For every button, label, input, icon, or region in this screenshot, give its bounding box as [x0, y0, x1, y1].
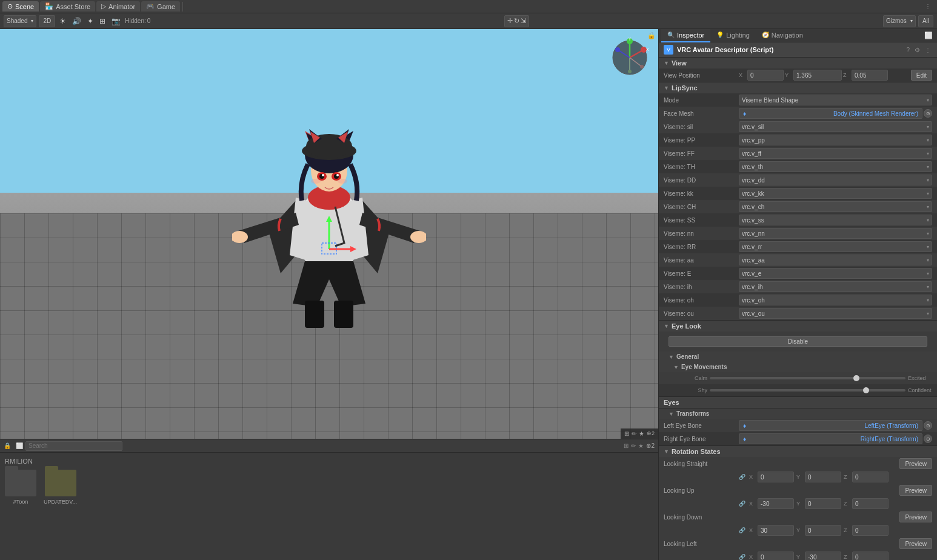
project-content: RMILION #Toon UPDATEDV... — [0, 453, 658, 560]
viseme-dropdown-13[interactable]: vrc.v_oh ▾ — [739, 295, 932, 305]
effects-btn[interactable]: ✦ — [85, 17, 95, 25]
scene-star-btn[interactable]: ★ — [639, 430, 644, 437]
shy-thumb[interactable] — [863, 387, 869, 393]
transforms-title: Transforms — [676, 410, 709, 417]
looking-up-preview[interactable]: Preview — [899, 485, 932, 496]
down-y[interactable]: 0 — [805, 525, 841, 536]
scene-brush-btn[interactable]: ✏ — [632, 430, 636, 437]
tab-scene[interactable]: ⊙ Scene — [2, 1, 39, 12]
viseme-dropdown-12[interactable]: vrc.v_ih ▾ — [739, 281, 932, 292]
tab-lighting[interactable]: 💡 Lighting — [710, 29, 756, 42]
rotation-states-header[interactable]: ▼ Rotation States — [659, 446, 937, 457]
project-filter-btn[interactable]: ✏ — [631, 442, 636, 449]
right-eye-bone-field[interactable]: ♦ RightEye (Transform) — [739, 433, 922, 444]
eyelook-disable-btn[interactable]: Disable — [669, 336, 927, 347]
tab-animator[interactable]: ▷ Animator — [96, 1, 140, 12]
project-view-btn[interactable]: ⊞ — [624, 442, 629, 449]
straight-x[interactable]: 0 — [758, 472, 794, 482]
all-btn[interactable]: All — [918, 15, 933, 27]
tab-navigation[interactable]: 🧭 Navigation — [756, 29, 809, 42]
down-z[interactable]: 0 — [852, 525, 889, 536]
viseme-dropdown-5[interactable]: vrc.v_kk ▾ — [739, 188, 932, 199]
calm-track[interactable] — [710, 377, 905, 379]
move-tool[interactable]: ✛ — [507, 17, 513, 25]
left-eye-bone-field[interactable]: ♦ LeftEye (Transform) — [739, 420, 922, 431]
straight-y[interactable]: 0 — [805, 472, 841, 482]
project-search[interactable] — [25, 441, 122, 451]
tab-inspector[interactable]: 🔍 Inspector — [661, 29, 710, 42]
view-edit-btn[interactable]: Edit — [911, 70, 932, 81]
viseme-dropdown-1[interactable]: vrc.v_pp ▾ — [739, 135, 932, 145]
viseme-dropdown-7[interactable]: vrc.v_ss ▾ — [739, 215, 932, 225]
view-section-header[interactable]: ▼ View — [659, 58, 937, 68]
project-star-btn[interactable]: ★ — [638, 442, 644, 449]
straight-z[interactable]: 0 — [852, 472, 889, 482]
scene-layers-btn[interactable]: ⊕2 — [647, 430, 655, 437]
gizmos-dropdown[interactable]: Gizmos ▾ — [883, 15, 916, 27]
audio-btn[interactable]: 🔊 — [70, 17, 83, 25]
up-z[interactable]: 0 — [852, 498, 889, 509]
2d-btn[interactable]: 2D — [39, 15, 55, 27]
lipsync-section-header[interactable]: ▼ LipSync — [659, 82, 937, 93]
tab-game[interactable]: 🎮 Game — [141, 1, 180, 12]
general-subsection-header[interactable]: ▼ General — [659, 352, 937, 362]
up-x[interactable]: -30 — [758, 498, 794, 509]
right-eye-select-btn[interactable]: ⊙ — [924, 435, 932, 443]
up-y[interactable]: 0 — [805, 498, 841, 509]
viseme-dropdown-4[interactable]: vrc.v_dd ▾ — [739, 175, 932, 185]
component-question-btn[interactable]: ? — [905, 47, 911, 53]
view-y-input[interactable]: 1.365 — [793, 70, 842, 81]
transforms-subsection-header[interactable]: ▼ Transforms — [659, 408, 937, 419]
scene-btn[interactable]: ⊞ — [98, 17, 107, 25]
scene-toolbar: Shaded ▾ 2D ☀ 🔊 ✦ ⊞ 📷 Hidden: 0 ✛ ↻ ⇲ Gi… — [0, 13, 937, 29]
lipsync-mode-dropdown[interactable]: Viseme Blend Shape ▾ — [739, 95, 932, 105]
light-btn[interactable]: ☀ — [58, 17, 68, 25]
svg-point-12 — [311, 179, 321, 184]
inspector-window-btn[interactable]: ⬜ — [922, 32, 935, 39]
left-y[interactable]: -30 — [805, 552, 841, 560]
panel-maximize-icon[interactable]: ⬜ — [16, 442, 23, 449]
view-z-input[interactable]: 0.05 — [852, 70, 888, 81]
project-layers-btn[interactable]: ⊕2 — [646, 442, 655, 449]
viseme-dropdown-2[interactable]: vrc.v_ff ▾ — [739, 148, 932, 159]
scene-snap-btn[interactable]: ⊞ — [624, 430, 629, 437]
eye-movements-header[interactable]: ▼ Eye Movements — [659, 362, 937, 372]
viseme-dropdown-0[interactable]: vrc.v_sil ▾ — [739, 121, 932, 132]
asset-item-updated[interactable]: UPDATEDV... — [44, 470, 77, 505]
component-more-btn[interactable]: ⋮ — [924, 47, 932, 53]
tab-asset-store[interactable]: 🏪 Asset Store — [40, 1, 95, 12]
looking-straight-preview[interactable]: Preview — [899, 458, 932, 469]
scene-lock-btn[interactable]: 🔒 — [647, 32, 656, 39]
viseme-dropdown-8[interactable]: vrc.v_nn ▾ — [739, 228, 932, 239]
camera-btn[interactable]: 📷 — [110, 17, 122, 25]
shaded-dropdown[interactable]: Shaded ▾ — [4, 15, 36, 27]
down-x[interactable]: 30 — [758, 525, 794, 536]
view-x-label: X — [739, 72, 746, 78]
viseme-dropdown-6[interactable]: vrc.v_ch ▾ — [739, 201, 932, 212]
rotate-tool[interactable]: ↻ — [514, 17, 519, 25]
face-mesh-field[interactable]: ♦ Body (Skinned Mesh Renderer) — [739, 108, 922, 119]
panel-lock-icon[interactable]: 🔒 — [4, 442, 11, 449]
view-x-input[interactable]: 0 — [747, 70, 784, 81]
calm-thumb[interactable] — [853, 375, 859, 381]
viseme-dropdown-10[interactable]: vrc.v_aa ▾ — [739, 255, 932, 265]
scale-tool[interactable]: ⇲ — [521, 17, 526, 25]
component-settings-btn[interactable]: ⚙ — [913, 47, 921, 53]
asset-item-toon[interactable]: #Toon — [5, 470, 36, 505]
viseme-dropdown-11[interactable]: vrc.v_e ▾ — [739, 268, 932, 279]
more-options-btn[interactable]: ⋮ — [921, 3, 935, 10]
looking-down-preview[interactable]: Preview — [899, 512, 932, 522]
scene-canvas[interactable]: Y X 🔒 — [0, 29, 658, 439]
left-x[interactable]: 0 — [758, 552, 794, 560]
viseme-text-5: vrc.v_kk — [742, 190, 764, 197]
viseme-dropdown-9[interactable]: vrc.v_rr ▾ — [739, 241, 932, 252]
eyelook-section-header[interactable]: ▼ Eye Look — [659, 321, 937, 332]
face-mesh-select-btn[interactable]: ⊙ — [924, 109, 932, 118]
looking-left-preview[interactable]: Preview — [899, 538, 932, 549]
viseme-dropdown-14[interactable]: vrc.v_ou ▾ — [739, 308, 932, 319]
left-eye-select-btn[interactable]: ⊙ — [924, 421, 932, 430]
viseme-dropdown-3[interactable]: vrc.v_th ▾ — [739, 161, 932, 172]
shy-track[interactable] — [710, 389, 905, 392]
left-z[interactable]: 0 — [852, 552, 889, 560]
viseme-label-3: Viseme: TH — [664, 164, 736, 170]
